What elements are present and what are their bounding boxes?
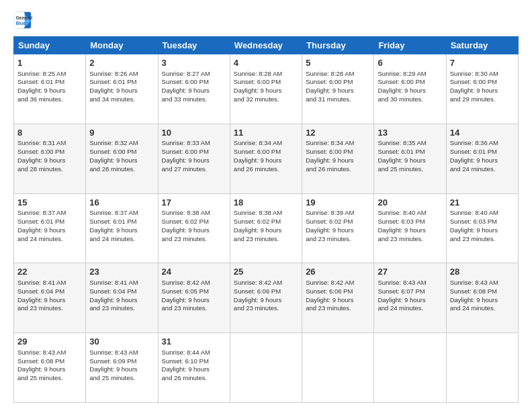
day-info-line: and 36 minutes. [17, 95, 82, 104]
day-info-line: Sunrise: 8:38 AM [234, 209, 298, 218]
day-info-line: Sunset: 6:00 PM [378, 78, 442, 87]
day-info-line: Daylight: 9 hours [378, 296, 442, 305]
calendar-cell [230, 333, 302, 403]
day-info-line: Daylight: 9 hours [162, 87, 226, 95]
day-info-line: Sunset: 6:00 PM [450, 78, 515, 87]
day-info-line: Daylight: 9 hours [17, 87, 82, 95]
day-info-line: Daylight: 9 hours [17, 365, 82, 374]
day-info-line: Sunset: 6:07 PM [378, 287, 442, 296]
day-number: 21 [450, 197, 515, 209]
calendar-week-row: 8Sunrise: 8:31 AMSunset: 6:00 PMDaylight… [14, 124, 519, 193]
day-info-line: Sunset: 6:02 PM [234, 218, 298, 226]
calendar-week-row: 29Sunrise: 8:43 AMSunset: 6:08 PMDayligh… [14, 333, 519, 403]
calendar-cell: 12Sunrise: 8:34 AMSunset: 6:00 PMDayligh… [302, 124, 374, 193]
page: General Blue SundayMondayTuesdayWednesda… [0, 0, 532, 411]
calendar-cell: 11Sunrise: 8:34 AMSunset: 6:00 PMDayligh… [230, 124, 302, 193]
day-number: 6 [378, 57, 442, 69]
day-info-line: Daylight: 9 hours [306, 296, 370, 305]
calendar-cell: 27Sunrise: 8:43 AMSunset: 6:07 PMDayligh… [374, 263, 446, 333]
day-info-line: Sunrise: 8:43 AM [89, 349, 154, 357]
day-info-line: and 26 minutes. [162, 374, 226, 383]
day-info-line: Daylight: 9 hours [162, 226, 226, 235]
day-info-line: Sunset: 6:03 PM [450, 218, 515, 226]
calendar-cell: 2Sunrise: 8:26 AMSunset: 6:01 PMDaylight… [86, 54, 158, 124]
day-number: 24 [162, 266, 226, 278]
day-info-line: and 29 minutes. [450, 95, 515, 104]
day-number: 4 [234, 57, 298, 69]
day-info-line: Sunrise: 8:33 AM [162, 139, 226, 148]
day-info-line: Sunset: 6:08 PM [17, 357, 82, 366]
day-info-line: Sunrise: 8:36 AM [450, 139, 515, 148]
day-number: 5 [306, 57, 370, 69]
day-info-line: and 23 minutes. [234, 304, 298, 313]
svg-text:General: General [16, 15, 32, 20]
day-info-line: and 25 minutes. [17, 374, 82, 383]
calendar-cell: 7Sunrise: 8:30 AMSunset: 6:00 PMDaylight… [446, 54, 518, 124]
calendar-cell: 15Sunrise: 8:37 AMSunset: 6:01 PMDayligh… [14, 193, 86, 263]
day-number: 16 [89, 197, 154, 209]
day-number: 10 [162, 127, 226, 139]
day-info-line: Daylight: 9 hours [162, 156, 226, 165]
calendar-week-row: 22Sunrise: 8:41 AMSunset: 6:04 PMDayligh… [14, 263, 519, 333]
day-number: 26 [306, 266, 370, 278]
day-number: 15 [17, 197, 82, 209]
calendar-cell: 23Sunrise: 8:41 AMSunset: 6:04 PMDayligh… [86, 263, 158, 333]
day-info-line: Sunset: 6:01 PM [17, 218, 82, 226]
day-info-line: Sunrise: 8:42 AM [306, 279, 370, 287]
day-info-line: Sunset: 6:10 PM [162, 357, 226, 366]
day-info-line: Sunrise: 8:29 AM [378, 70, 442, 79]
day-info-line: Sunrise: 8:41 AM [89, 279, 154, 287]
day-info-line: and 27 minutes. [162, 165, 226, 174]
day-info-line: Sunset: 6:04 PM [17, 287, 82, 296]
day-info-line: Sunrise: 8:25 AM [17, 70, 82, 79]
day-info-line: and 25 minutes. [378, 165, 442, 174]
day-number: 25 [234, 266, 298, 278]
day-info-line: Sunrise: 8:43 AM [17, 349, 82, 357]
day-info-line: Sunrise: 8:34 AM [234, 139, 298, 148]
calendar-cell: 25Sunrise: 8:42 AMSunset: 6:06 PMDayligh… [230, 263, 302, 333]
day-info-line: Daylight: 9 hours [162, 365, 226, 374]
day-info-line: Sunrise: 8:30 AM [450, 70, 515, 79]
calendar-cell: 16Sunrise: 8:37 AMSunset: 6:01 PMDayligh… [86, 193, 158, 263]
day-number: 19 [306, 197, 370, 209]
day-info-line: and 31 minutes. [306, 95, 370, 104]
day-number: 2 [89, 57, 154, 69]
column-header-wednesday: Wednesday [230, 37, 302, 54]
calendar-cell: 5Sunrise: 8:28 AMSunset: 6:00 PMDaylight… [302, 54, 374, 124]
day-info-line: Sunrise: 8:37 AM [89, 209, 154, 218]
day-info-line: Sunset: 6:01 PM [89, 218, 154, 226]
calendar-cell: 29Sunrise: 8:43 AMSunset: 6:08 PMDayligh… [14, 333, 86, 403]
day-info-line: and 32 minutes. [234, 95, 298, 104]
day-number: 27 [378, 266, 442, 278]
day-info-line: Sunset: 6:00 PM [234, 148, 298, 156]
day-info-line: and 25 minutes. [89, 374, 154, 383]
day-number: 31 [162, 336, 226, 348]
day-info-line: Daylight: 9 hours [17, 226, 82, 235]
day-info-line: Daylight: 9 hours [234, 296, 298, 305]
day-info-line: Sunset: 6:00 PM [306, 78, 370, 87]
day-number: 29 [17, 336, 82, 348]
day-info-line: Sunset: 6:00 PM [17, 148, 82, 156]
day-info-line: Sunrise: 8:42 AM [162, 279, 226, 287]
day-info-line: Sunrise: 8:42 AM [234, 279, 298, 287]
logo-icon: General Blue [13, 11, 32, 30]
day-info-line: Sunrise: 8:39 AM [306, 209, 370, 218]
svg-text:Blue: Blue [16, 21, 26, 26]
day-info-line: Sunset: 6:02 PM [306, 218, 370, 226]
day-info-line: and 33 minutes. [162, 95, 226, 104]
day-info-line: Sunrise: 8:28 AM [234, 70, 298, 79]
column-header-friday: Friday [374, 37, 446, 54]
day-info-line: and 23 minutes. [162, 304, 226, 313]
calendar-cell: 18Sunrise: 8:38 AMSunset: 6:02 PMDayligh… [230, 193, 302, 263]
day-info-line: and 23 minutes. [89, 304, 154, 313]
calendar-cell: 20Sunrise: 8:40 AMSunset: 6:03 PMDayligh… [374, 193, 446, 263]
day-info-line: Sunset: 6:06 PM [306, 287, 370, 296]
day-info-line: Sunrise: 8:27 AM [162, 70, 226, 79]
day-number: 20 [378, 197, 442, 209]
calendar-cell: 6Sunrise: 8:29 AMSunset: 6:00 PMDaylight… [374, 54, 446, 124]
day-info-line: Sunset: 6:09 PM [89, 357, 154, 366]
day-info-line: and 30 minutes. [378, 95, 442, 104]
day-info-line: Sunset: 6:08 PM [450, 287, 515, 296]
day-number: 30 [89, 336, 154, 348]
day-info-line: and 23 minutes. [234, 235, 298, 244]
